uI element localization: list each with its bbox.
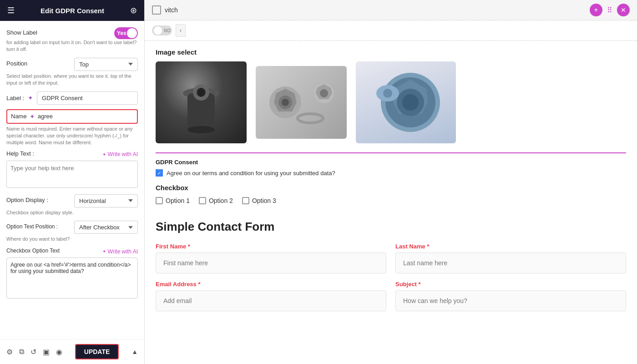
left-panel: ☰ Edit GDPR Consent ⊛ Show Label Yes for… (0, 0, 145, 364)
layers-icon[interactable]: ⧉ (19, 348, 24, 356)
subject-field: Subject * (395, 281, 626, 311)
panel-footer: ⚙ ⧉ ↺ ▣ ◉ UPDATE ▲ (0, 339, 144, 364)
name-input[interactable] (38, 113, 133, 120)
footer-icons: ⚙ ⧉ ↺ ▣ ◉ (6, 348, 62, 356)
position-help: Select label position. where you want to… (6, 73, 138, 87)
label-field-row: Label : ✦ (6, 91, 138, 105)
first-name-label: First Name * (156, 243, 386, 250)
label-input[interactable] (37, 91, 138, 105)
form-row-1: First Name * Last Name * (156, 243, 626, 273)
cb-label-2: Option 2 (209, 197, 233, 204)
name-field-label: Name (11, 113, 27, 120)
name-sparkle-icon: ✦ (30, 113, 35, 120)
position-label: Position (6, 60, 27, 67)
image-select-section: Image select (156, 48, 626, 143)
close-element-btn[interactable]: ✕ (617, 4, 630, 16)
label-field-label: Label : (6, 95, 24, 101)
show-label-toggle[interactable]: Yes (114, 27, 138, 39)
option-display-help: Checkbox option display style. (6, 209, 138, 216)
checkbox-section-title: Checkbox (156, 184, 626, 192)
toggle-no-knob (154, 26, 162, 35)
toggle-knob (127, 28, 137, 38)
option-text-pos-select[interactable]: After Checkbox Before Checkbox (74, 221, 138, 234)
image-1[interactable] (156, 61, 247, 143)
image-row (156, 61, 626, 143)
collapse-arrow-btn[interactable]: ‹ (176, 24, 186, 37)
help-text-row: Help Text : Write with AI (6, 150, 138, 190)
toggle-no-text: NO (164, 28, 171, 33)
image-2[interactable] (256, 66, 347, 139)
svg-point-10 (298, 114, 323, 123)
checkbox-options-row: Option 1 Option 2 Option 3 (156, 197, 626, 204)
copy-icon[interactable]: ▣ (43, 348, 50, 356)
collapse-panel-btn[interactable]: ▲ (131, 348, 138, 355)
add-element-btn[interactable]: + (590, 4, 602, 16)
write-ai-btn-2[interactable]: Write with AI (102, 248, 138, 255)
svg-point-20 (383, 89, 392, 98)
gear-icon[interactable]: ⚙ (6, 348, 13, 356)
top-bar-left: vitch (152, 5, 178, 15)
form-row-2: Email Address * Subject * (156, 281, 626, 311)
hamburger-icon[interactable]: ☰ (7, 5, 15, 15)
last-name-input[interactable] (395, 253, 626, 273)
checkbox-option-textarea[interactable]: Agree on our <a href='#'>terms and condi… (6, 258, 138, 298)
panel-body: Show Label Yes for adding label on input… (0, 21, 144, 339)
show-label-label: Show Label (6, 29, 37, 36)
name-help: Name is must required. Enter name withou… (6, 126, 138, 147)
last-name-label: Last Name * (395, 243, 626, 250)
svg-point-9 (282, 99, 289, 106)
option-display-label: Option Display : (6, 197, 48, 203)
cb-label-3: Option 3 (252, 197, 276, 204)
sparkle-icon: ✦ (28, 94, 33, 101)
history-icon[interactable]: ↺ (30, 348, 36, 356)
last-name-field: Last Name * (395, 243, 626, 273)
toggle-yes-text: Yes (117, 30, 126, 36)
right-panel: vitch + ⠿ ✕ NO ‹ Image select (145, 0, 637, 364)
write-ai-btn[interactable]: Write with AI (102, 151, 138, 157)
subject-input[interactable] (395, 290, 626, 311)
checkbox-option-text-label: Checkbox Option Text (6, 248, 60, 254)
svg-point-2 (187, 126, 215, 133)
checkbox-option-2: Option 2 (199, 197, 233, 204)
top-bar-right: + ⠿ ✕ (590, 4, 630, 16)
eye-icon[interactable]: ◉ (56, 348, 62, 356)
gdpr-checkbox-text: Agree on our terms and condition for usi… (167, 170, 335, 177)
top-bar-square-icon (152, 5, 161, 15)
position-row: Position Top Left Right Select label pos… (6, 58, 138, 87)
name-row: Name ✦ (6, 109, 138, 124)
drag-handle-icon[interactable]: ⠿ (607, 6, 612, 15)
option-display-select[interactable]: Horizontal Vertical (74, 194, 138, 207)
gdpr-section-title: GDPR Consent (156, 159, 626, 166)
bolt-svg (165, 66, 238, 139)
nuts-svg (260, 68, 342, 136)
email-input[interactable] (156, 290, 386, 311)
checkbox-option-1: Option 1 (156, 197, 190, 204)
help-text-input[interactable] (6, 161, 138, 188)
subject-label: Subject * (395, 281, 626, 288)
checkbox-section: Checkbox Option 1 Option 2 Option 3 (156, 184, 626, 204)
option-text-pos-help: Where do you want to label? (6, 236, 138, 243)
fitting-svg (360, 66, 451, 139)
position-select[interactable]: Top Left Right (74, 58, 138, 71)
gdpr-checkbox[interactable]: ✓ (156, 169, 163, 177)
cb-box-2[interactable] (199, 197, 206, 204)
image-3[interactable] (356, 61, 456, 143)
svg-point-18 (402, 94, 419, 111)
top-bar: vitch + ⠿ ✕ (145, 0, 637, 20)
first-name-input[interactable] (156, 253, 386, 273)
checkbox-option-3: Option 3 (242, 197, 276, 204)
gdpr-section: GDPR Consent ✓ Agree on our terms and co… (156, 152, 626, 177)
show-label-row: Show Label Yes for adding label on input… (6, 27, 138, 53)
panel-title: Edit GDPR Consent (40, 7, 104, 15)
right-content: Image select (145, 41, 637, 326)
checkbox-option-text-row: Checkbox Option Text Write with AI Agree… (6, 248, 138, 300)
toggle-no[interactable]: NO (152, 25, 172, 35)
contact-form-section: Simple Contact Form First Name * Last Na… (156, 215, 626, 311)
toggle-no-row: NO ‹ (145, 20, 637, 41)
cb-box-1[interactable] (156, 197, 163, 204)
option-text-pos-label: Option Text Position : (6, 223, 58, 230)
cb-box-3[interactable] (242, 197, 249, 204)
image-select-title: Image select (156, 48, 626, 56)
grid-icon[interactable]: ⊛ (130, 5, 137, 15)
update-button[interactable]: UPDATE (75, 344, 119, 359)
